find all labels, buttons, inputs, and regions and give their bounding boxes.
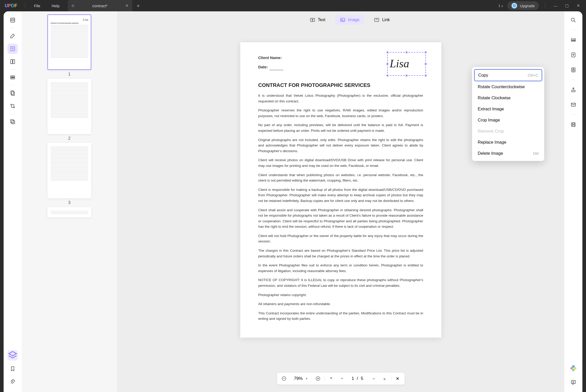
close-tab-icon[interactable]: ✕ xyxy=(125,3,129,8)
window-close-icon[interactable]: ✕ xyxy=(574,2,582,10)
menu-help[interactable]: Help xyxy=(46,4,65,8)
tab-title: contract* xyxy=(78,4,122,8)
new-tab-button[interactable]: ＋ xyxy=(132,3,144,9)
window-maximize-icon[interactable]: ▢ xyxy=(563,2,571,10)
upgrade-button[interactable]: U Upgrade xyxy=(507,1,539,10)
separator xyxy=(545,3,545,9)
document-tab[interactable]: ⊘ contract* ✕ xyxy=(68,0,132,11)
avatar: U xyxy=(511,3,517,9)
menu-file[interactable]: File xyxy=(28,4,46,8)
tab-draft-icon: ⊘ xyxy=(71,4,75,8)
recent-count[interactable]: 1 ∨ xyxy=(497,4,505,8)
app-logo: UPDF xyxy=(0,3,22,9)
separator xyxy=(25,3,25,9)
window-minimize-icon[interactable]: — xyxy=(551,2,560,10)
